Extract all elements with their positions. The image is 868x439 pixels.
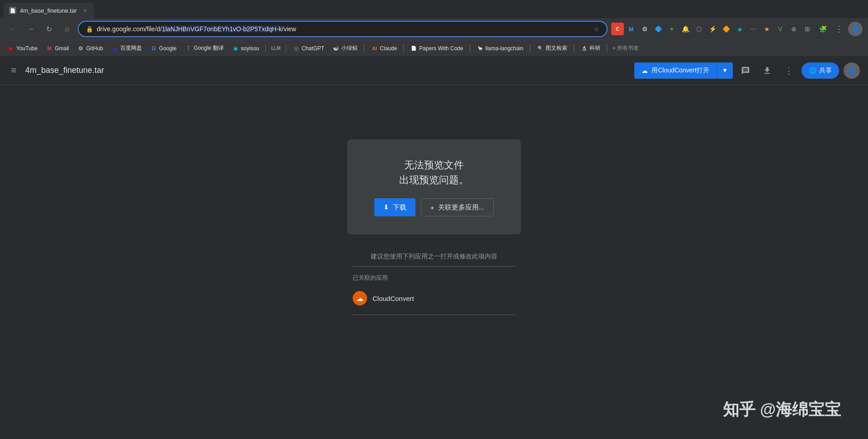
open-with-button[interactable]: ☁ 用CloudConvert打开 [634, 62, 717, 79]
open-with-dropdown-button[interactable]: ▼ [717, 62, 733, 79]
google-icon: G [150, 45, 157, 52]
user-avatar[interactable]: 👤 [843, 62, 861, 80]
bookmarks-more-button[interactable]: » 所有书签 [610, 43, 642, 54]
browser-frame: 📄 4m_base_finetune.tar × ← → ↻ ⌂ 🔒 drive… [0, 0, 868, 439]
address-bar[interactable]: 🔒 drive.google.com/file/d/1laNJHBnVGF7on… [78, 21, 608, 37]
bookmark-research[interactable]: 🔬 科研 [577, 43, 604, 54]
bookmark-llama[interactable]: 🦙 llama-langchain [473, 43, 527, 54]
bookmark-github[interactable]: ⚙ GitHub [74, 43, 107, 54]
connect-apps-button[interactable]: + 关联更多应用... [421, 198, 494, 216]
bookmark-xiaolyv-label: 小绿鲸 [341, 44, 358, 52]
home-button[interactable]: ⌂ [60, 22, 74, 36]
feedback-button[interactable] [736, 62, 755, 80]
ext-icon-11[interactable]: ⋯ [747, 23, 760, 35]
share-label: 共享 [819, 67, 832, 75]
ext-icon-2[interactable]: M [625, 23, 637, 35]
ext-icon-4[interactable]: 🔷 [652, 23, 665, 35]
ext-icon-12[interactable]: ★ [760, 23, 773, 35]
baidu-icon: ☁ [111, 45, 118, 52]
soyisou-icon: ◉ [232, 45, 239, 52]
connect-label: 关联更多应用... [438, 203, 485, 212]
tab-title: 4m_base_finetune.tar [20, 7, 78, 14]
download-button[interactable] [758, 62, 776, 80]
preview-card: 无法预览文件 出现预览问题。 ⬇ 下载 + 关联更多应用... [347, 139, 521, 234]
bookmark-youtube[interactable]: ▶ YouTube [4, 43, 41, 54]
tab-close-button[interactable]: × [81, 7, 89, 14]
bookmark-papers[interactable]: 📄 Papers With Code [406, 43, 467, 54]
share-button[interactable]: 🌐 共享 [802, 62, 839, 79]
research-icon: 🔬 [580, 45, 588, 52]
navigation-bar: ← → ↻ ⌂ 🔒 drive.google.com/file/d/1laNJH… [0, 18, 868, 40]
bookmark-google[interactable]: G Google [146, 43, 180, 54]
cloudconvert-app-name: CloudConvert [373, 295, 414, 302]
preview-buttons: ⬇ 下载 + 关联更多应用... [374, 198, 494, 216]
preview-title-line2: 出现预览问题。 [374, 172, 494, 187]
youtube-icon: ▶ [7, 45, 14, 52]
ext-icon-15[interactable]: ⊞ [801, 23, 814, 35]
imagesearch-icon: 🔍 [537, 45, 544, 52]
plus-icon: + [430, 204, 434, 211]
bookmark-claude[interactable]: AI Claude [367, 43, 401, 54]
bookmark-gmail-label: Gmail [55, 45, 69, 52]
cloudconvert-app-icon: ☁ [353, 291, 367, 305]
ext-icon-6[interactable]: 🔔 [679, 23, 692, 35]
bookmark-separator-2 [286, 44, 286, 53]
preview-message: 无法预览文件 出现预览问题。 [374, 157, 494, 187]
nav-actions: C M ⚙ 🔷 ✦ 🔔 ⬡ ⚡ 🔶 ◈ ⋯ ★ V ⊕ ⊞ 🧩 ⋮ 👤 [611, 22, 863, 36]
forward-button[interactable]: → [24, 22, 38, 36]
extensions-menu-button[interactable]: 🧩 [816, 22, 830, 36]
bookmark-google-label: Google [159, 45, 177, 52]
bookmark-imagesearch[interactable]: 🔍 图文检索 [533, 43, 571, 54]
bookmark-llama-label: llama-langchain [486, 45, 524, 52]
tab-bar: 📄 4m_base_finetune.tar × [0, 0, 868, 18]
more-options-button[interactable]: ⋮ [780, 62, 798, 80]
bookmark-translate[interactable]: T Google 翻译 [181, 43, 227, 54]
ext-icon-10[interactable]: ◈ [733, 23, 746, 35]
bookmark-baidu[interactable]: ☁ 百度网盘 [108, 43, 146, 54]
bookmark-claude-label: Claude [380, 45, 397, 52]
drive-content-area: 无法预览文件 出现预览问题。 ⬇ 下载 + 关联更多应用... 建议您使用下列应… [0, 85, 868, 439]
bookmark-chatgpt[interactable]: ◎ ChatGPT [289, 43, 328, 54]
bookmark-gmail[interactable]: M Gmail [42, 43, 72, 54]
linked-apps-label: 已关联的应用 [353, 270, 515, 286]
bookmarks-bar: ▶ YouTube M Gmail ⚙ GitHub ☁ 百度网盘 G Goog… [0, 40, 868, 56]
bookmark-chatgpt-label: ChatGPT [302, 45, 324, 52]
bookmark-star-icon[interactable]: ☆ [594, 25, 599, 33]
share-icon: 🌐 [809, 67, 816, 74]
ext-icon-7[interactable]: ⬡ [693, 23, 705, 35]
bookmark-separator-5 [470, 44, 470, 53]
ext-icon-5[interactable]: ✦ [665, 23, 678, 35]
chevron-down-icon: ▼ [722, 67, 728, 74]
bookmark-imagesearch-label: 图文检索 [546, 44, 567, 52]
download-label: 下载 [393, 203, 406, 212]
reload-button[interactable]: ↻ [42, 22, 56, 36]
bookmark-youtube-label: YouTube [16, 45, 38, 52]
download-file-button[interactable]: ⬇ 下载 [374, 198, 415, 216]
ext-icon-github[interactable]: ⚙ [638, 23, 651, 35]
browser-menu-button[interactable]: ⋮ [832, 22, 846, 36]
bookmark-llm[interactable]: LLM [269, 43, 283, 54]
cloudconvert-app-item[interactable]: ☁ CloudConvert [353, 286, 515, 311]
ext-icon-13[interactable]: V [774, 23, 787, 35]
drive-filename: 4m_base_finetune.tar [25, 66, 104, 75]
ext-icon-8[interactable]: ⚡ [706, 23, 719, 35]
watermark: 知乎 @海绵宝宝 [723, 399, 841, 421]
profile-avatar[interactable]: 👤 [848, 22, 863, 36]
ext-icon-9[interactable]: 🔶 [720, 23, 732, 35]
bookmark-xiaolyv[interactable]: 🐋 小绿鲸 [329, 43, 361, 54]
ext-icon-1[interactable]: C [611, 23, 624, 35]
open-with-label: 用CloudConvert打开 [651, 67, 709, 75]
back-button[interactable]: ← [5, 22, 20, 36]
tab-favicon: 📄 [9, 7, 16, 14]
github-icon: ⚙ [77, 45, 85, 52]
download-icon: ⬇ [383, 203, 389, 211]
bookmark-soyisou[interactable]: ◉ soyisou [228, 43, 263, 54]
address-text: drive.google.com/file/d/1laNJHBnVGF7onbE… [97, 25, 590, 33]
main-content: ≡ 4m_base_finetune.tar ☁ 用CloudConvert打开… [0, 56, 868, 439]
active-tab[interactable]: 📄 4m_base_finetune.tar × [4, 3, 94, 18]
drive-actions-bar: ☁ 用CloudConvert打开 ▼ ⋮ 🌐 [634, 62, 861, 80]
bookmark-separator-1 [265, 44, 266, 53]
cloudconvert-icon: ☁ [642, 67, 648, 74]
ext-icon-14[interactable]: ⊕ [788, 23, 800, 35]
bookmark-papers-label: Papers With Code [419, 45, 463, 52]
